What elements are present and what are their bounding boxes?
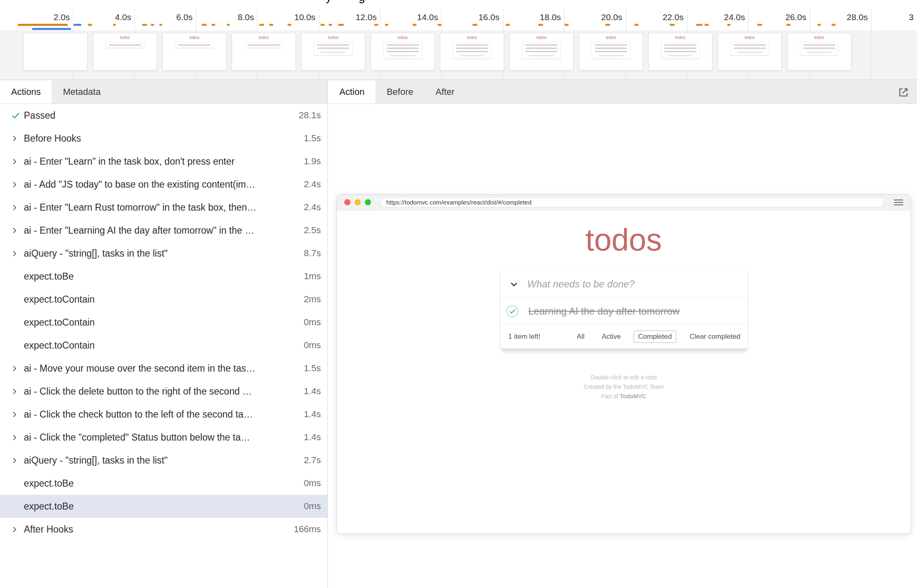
brand-name[interactable]: TodoMVC bbox=[620, 393, 646, 400]
action-row[interactable]: Before Hooks1.5s bbox=[0, 127, 327, 150]
action-duration: 1.4s bbox=[299, 409, 327, 420]
action-row[interactable]: Passed28.1s bbox=[0, 104, 327, 127]
thumbnail-app-box bbox=[383, 42, 422, 59]
action-activity-mark bbox=[472, 24, 477, 26]
new-todo-input[interactable]: What needs to be done? bbox=[501, 271, 748, 298]
tab-metadata[interactable]: Metadata bbox=[52, 80, 112, 103]
thumbnail-app-box bbox=[106, 42, 144, 48]
action-row[interactable]: expect.toContain0ms bbox=[0, 311, 327, 334]
thumbnail-line bbox=[595, 44, 627, 46]
thumbnail-footer-line bbox=[668, 55, 693, 56]
thumbnail-todos-title: todos bbox=[259, 36, 269, 40]
timeline-thumbnail[interactable]: todos bbox=[371, 33, 435, 71]
action-label: expect.toBe bbox=[24, 478, 299, 489]
timeline[interactable]: y g 2.0s4.0s6.0s8.0s10.0s12.0s14.0s16.0s… bbox=[0, 0, 917, 80]
thumbnail-todos-title: todos bbox=[189, 36, 199, 40]
timeline-thumbnail[interactable]: todos bbox=[718, 33, 782, 71]
tab-before[interactable]: Before bbox=[376, 80, 424, 103]
action-row[interactable]: ai - Click the delete button to the righ… bbox=[0, 380, 327, 403]
tab-action[interactable]: Action bbox=[328, 80, 376, 103]
action-row[interactable]: expect.toContain0ms bbox=[0, 334, 327, 357]
chevron-right-icon[interactable] bbox=[11, 388, 24, 395]
chevron-right-icon[interactable] bbox=[11, 181, 24, 188]
timeline-thumbnail[interactable]: todos bbox=[232, 33, 296, 71]
thumbnail-app-box bbox=[175, 42, 214, 48]
action-row[interactable]: aiQuery - "string[], tasks in the list"2… bbox=[0, 449, 327, 472]
zoom-button[interactable] bbox=[365, 199, 371, 205]
action-activity-mark bbox=[412, 24, 417, 26]
chevron-right-icon[interactable] bbox=[11, 411, 24, 418]
timeline-thumbnail[interactable]: todos bbox=[787, 33, 851, 71]
chevron-right-icon[interactable] bbox=[11, 434, 24, 441]
timeline-thumbnail[interactable]: todos bbox=[440, 33, 504, 71]
action-row[interactable]: After Hooks166ms bbox=[0, 518, 327, 541]
pop-out-icon[interactable] bbox=[897, 86, 910, 99]
action-duration: 166ms bbox=[289, 524, 327, 535]
chevron-right-icon[interactable] bbox=[11, 365, 24, 372]
action-duration: 2.4s bbox=[299, 179, 327, 190]
action-duration: 0ms bbox=[299, 501, 327, 512]
timeline-thumbnail[interactable] bbox=[23, 33, 88, 71]
timeline-thumbnail[interactable]: todos bbox=[648, 33, 712, 71]
action-activity-mark bbox=[113, 24, 116, 26]
thumbnail-todos-title: todos bbox=[398, 36, 408, 40]
todo-check-icon[interactable] bbox=[506, 305, 519, 318]
action-activity-mark bbox=[705, 24, 709, 26]
hamburger-menu-icon[interactable] bbox=[894, 200, 903, 205]
chevron-right-icon[interactable] bbox=[11, 250, 24, 257]
chevron-right-icon[interactable] bbox=[11, 227, 24, 234]
action-row[interactable]: ai - Click the "completed" Status button… bbox=[0, 426, 327, 449]
action-row[interactable]: expect.toContain2ms bbox=[0, 288, 327, 311]
actions-tab-bar: ActionsMetadata bbox=[0, 80, 327, 104]
timeline-thumbnail[interactable]: todos bbox=[579, 33, 643, 71]
filter-completed[interactable]: Completed bbox=[634, 331, 676, 343]
action-activity-mark bbox=[605, 24, 610, 26]
filter-active[interactable]: Active bbox=[597, 331, 625, 343]
action-row[interactable]: aiQuery - "string[], tasks in the list"8… bbox=[0, 242, 327, 265]
chevron-right-icon[interactable] bbox=[11, 457, 24, 464]
thumbnail-footer-line bbox=[321, 52, 346, 53]
action-row[interactable]: ai - Add "JS today" to base on the exist… bbox=[0, 173, 327, 196]
action-row[interactable]: ai - Enter "Learning AI the day after to… bbox=[0, 219, 327, 242]
action-row[interactable]: expect.toBe0ms bbox=[0, 495, 327, 518]
thumbnail-footer-line bbox=[529, 55, 554, 56]
chevron-right-icon[interactable] bbox=[11, 135, 24, 142]
thumbnail-line bbox=[734, 48, 766, 49]
timeline-thumbnail[interactable]: todos bbox=[162, 33, 226, 71]
action-row[interactable]: ai - Enter "Learn Rust tomorrow" in the … bbox=[0, 196, 327, 219]
timeline-thumbnail[interactable]: todos bbox=[509, 33, 574, 71]
close-button[interactable] bbox=[344, 199, 350, 205]
minimize-button[interactable] bbox=[355, 199, 361, 205]
action-row[interactable]: expect.toBe1ms bbox=[0, 265, 327, 288]
chevron-right-icon[interactable] bbox=[11, 158, 24, 165]
address-bar[interactable]: https://todomvc.com/examples/react/dist/… bbox=[380, 197, 884, 207]
address-bar-url: https://todomvc.com/examples/react/dist/… bbox=[386, 199, 532, 206]
action-label: ai - Click the delete button to the righ… bbox=[24, 386, 299, 397]
timeline-duration-bar bbox=[75, 24, 81, 26]
filter-all[interactable]: All bbox=[572, 331, 589, 343]
tab-actions[interactable]: Actions bbox=[0, 80, 52, 103]
thumbnail-todos-title: todos bbox=[814, 36, 824, 40]
thumbnail-line bbox=[456, 51, 488, 52]
action-row[interactable]: ai - Click the check button to the left … bbox=[0, 403, 327, 426]
partof-text: Part of bbox=[601, 393, 618, 400]
chevron-right-icon[interactable] bbox=[11, 526, 24, 533]
thumbnail-strip[interactable]: todostodostodostodostodostodostodostodos… bbox=[23, 33, 851, 71]
action-activity-mark bbox=[757, 24, 762, 26]
expand-all-icon[interactable] bbox=[501, 279, 527, 289]
thumbnail-line bbox=[109, 44, 141, 46]
action-duration: 8.7s bbox=[299, 248, 327, 259]
clear-completed-button[interactable]: Clear completed bbox=[689, 333, 740, 341]
thumbnail-line bbox=[387, 51, 419, 52]
thumbnail-line bbox=[178, 44, 210, 46]
todo-item[interactable]: Learning AI the day after tomorrow bbox=[501, 298, 748, 325]
action-row[interactable]: ai - Move your mouse over the second ite… bbox=[0, 357, 327, 380]
timeline-thumbnail[interactable]: todos bbox=[301, 33, 365, 71]
tab-after[interactable]: After bbox=[424, 80, 465, 103]
action-row[interactable]: expect.toBe0ms bbox=[0, 472, 327, 495]
chevron-right-icon[interactable] bbox=[11, 204, 24, 211]
action-row[interactable]: ai - Enter "Learn" in the task box, don'… bbox=[0, 150, 327, 173]
thumbnail-line bbox=[664, 44, 696, 46]
timeline-thumbnail[interactable]: todos bbox=[93, 33, 157, 71]
thumbnail-app-box bbox=[800, 42, 839, 55]
